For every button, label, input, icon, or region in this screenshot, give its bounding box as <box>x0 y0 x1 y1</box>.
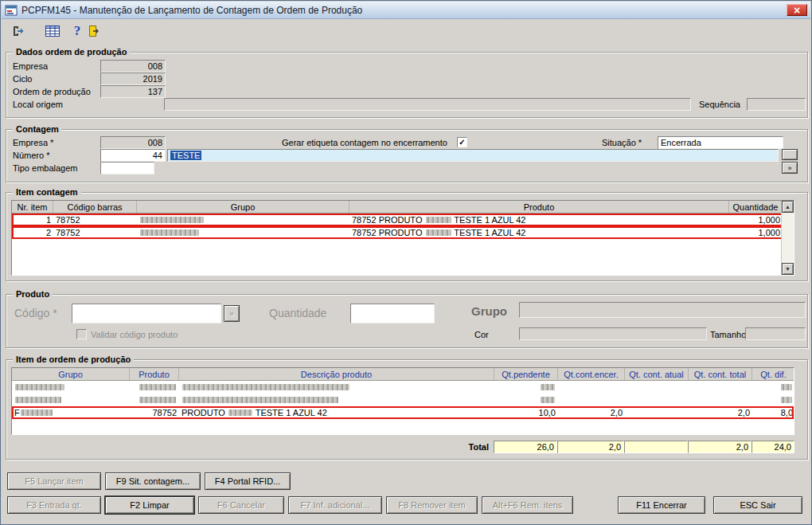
button-row-2: F3 Entrada qt.F2 LimparF6 CancelarF7 Inf… <box>7 496 573 514</box>
ordem-producao-field: 137 <box>100 85 166 98</box>
cell-text: 1,000 <box>758 228 780 237</box>
quantidade-field[interactable] <box>350 304 435 323</box>
expand-button[interactable]: » <box>782 162 798 174</box>
close-icon: × <box>794 5 800 16</box>
redacted-text <box>182 397 338 403</box>
tipo-embalagem-field[interactable] <box>100 162 154 174</box>
scroll-down-button[interactable]: ▼ <box>782 263 794 275</box>
column-header-qt-dif[interactable]: Qt. dif. <box>752 368 794 380</box>
cor-field <box>519 327 707 340</box>
cell-text: 2,0 <box>738 408 750 417</box>
f9-sit-contagem-button[interactable]: F9 Sit. contagem... <box>105 472 201 490</box>
grid-icon <box>45 25 60 37</box>
cor-label: Cor <box>474 330 489 339</box>
vertical-scrollbar[interactable]: ▲ ▼ <box>781 201 794 275</box>
gerar-etiqueta-checkbox[interactable]: ✓ <box>457 137 467 147</box>
redacted-text <box>426 229 451 236</box>
cell-text: 78752 <box>152 408 177 417</box>
f3-entrada-qt-button: F3 Entrada qt. <box>7 496 101 514</box>
table-row[interactable] <box>12 394 794 406</box>
table-row[interactable] <box>12 381 794 394</box>
column-header-grupo[interactable]: Grupo <box>137 201 349 213</box>
item-contagem-group: Item contagem Nr. itemCódigo barrasGrupo… <box>6 192 808 281</box>
item-op-table-body: F78752PRODUTO TESTE 1 AZUL 4210,02,02,08… <box>12 381 794 419</box>
sequencia-label: Sequência <box>699 100 740 109</box>
column-header-quantidade[interactable]: Quantidade <box>729 201 783 213</box>
cell-text: 78752 PRODUTO <box>352 228 425 237</box>
redacted-text <box>140 229 199 236</box>
ordem-producao-label: Ordem de produção <box>13 87 91 96</box>
produto-group: Produto Código * » Validar código produt… <box>6 294 808 348</box>
redacted-text <box>541 397 555 403</box>
selected-text: TESTE <box>170 151 201 160</box>
close-button[interactable]: × <box>787 4 807 16</box>
column-header-qt-pendente[interactable]: Qt.pendente <box>494 368 558 380</box>
cell-text: 8,0 <box>781 408 793 417</box>
redacted-text <box>21 409 53 416</box>
local-origem-field <box>164 98 691 111</box>
cell-text: 78752 PRODUTO <box>352 215 425 225</box>
total-label: Total <box>404 442 489 452</box>
f11-encerrar-button[interactable]: F11 Encerrar <box>618 496 705 514</box>
column-header-qt-cont-total[interactable]: Qt. cont. total <box>689 368 752 380</box>
redacted-text <box>15 384 64 390</box>
codigo-label: Código * <box>14 307 57 319</box>
table-row[interactable]: 27875278752 PRODUTO TESTE 1 AZUL 421,000 <box>12 226 794 239</box>
sequencia-field <box>747 98 806 111</box>
column-header-produto[interactable]: Produto <box>130 368 179 380</box>
column-header-descricao-produto[interactable]: Descrição produto <box>179 368 494 380</box>
scroll-up-button[interactable]: ▲ <box>782 201 794 213</box>
contagem-descricao-field[interactable]: TESTE <box>167 149 779 162</box>
quantidade-label: Quantidade <box>269 307 326 319</box>
f7-inf-adicional-button: F7 Inf. adicional... <box>288 496 382 514</box>
app-icon <box>5 4 18 17</box>
alt-f6-rem-itens-button: Alt+F6 Rem. itens <box>482 496 573 514</box>
item-op-table-header: GrupoProdutoDescrição produtoQt.pendente… <box>12 368 794 381</box>
detail-button <box>782 149 798 160</box>
button-row-1: F5 Lançar itemF9 Sit. contagem...F4 Port… <box>7 472 291 490</box>
exit-toolbar-button[interactable] <box>8 22 27 41</box>
grupo-field <box>519 302 806 318</box>
cell-text: 1,000 <box>758 215 780 225</box>
column-header-qt-cont-encer[interactable]: Qt.cont.encer. <box>558 368 625 380</box>
group-title-item-contagem: Item contagem <box>13 187 81 197</box>
column-header-produto[interactable]: Produto <box>349 201 729 213</box>
column-header-qt-cont-atual[interactable]: Qt. cont. atual <box>625 368 689 380</box>
cell-text: TESTE 1 AZUL 42 <box>452 228 526 237</box>
group-title-dados-op: Dados ordem de produção <box>13 47 130 57</box>
f2-limpar-button[interactable]: F2 Limpar <box>105 496 194 514</box>
redacted-text <box>15 397 61 403</box>
cell-text: 10,0 <box>539 408 556 417</box>
numero-field[interactable]: 44 <box>100 149 166 162</box>
redacted-text <box>781 384 792 390</box>
contagem-group: Contagem Empresa * 008 Número * 44 TESTE… <box>6 129 808 182</box>
group-title-contagem: Contagem <box>13 124 62 134</box>
cell-text: TESTE 1 AZUL 42 <box>452 215 526 225</box>
f4-portal-rfid-button[interactable]: F4 Portal RFID... <box>205 472 291 490</box>
contagem-empresa-label: Empresa * <box>13 138 53 147</box>
table-row[interactable]: 17875278752 PRODUTO TESTE 1 AZUL 421,000 <box>12 214 794 226</box>
esc-sair-button[interactable]: ESC Sair <box>713 496 802 514</box>
f6-cancelar-button: F6 Cancelar <box>198 496 284 514</box>
situacao-combo[interactable]: Encerrada <box>658 136 783 149</box>
group-title-item-op: Item de ordem de produção <box>13 355 134 364</box>
table-row[interactable]: F78752PRODUTO TESTE 1 AZUL 4210,02,02,08… <box>12 406 794 419</box>
total-cell: 2,0 <box>557 441 624 453</box>
column-header-nr-item[interactable]: Nr. item <box>12 201 53 213</box>
total-cell: 24,0 <box>751 441 794 453</box>
titlebar: PCPFM145 - Manutenção de Lançamento de C… <box>2 2 810 19</box>
total-cell <box>624 441 688 453</box>
column-header-codigo-barras[interactable]: Código barras <box>53 201 137 213</box>
logout-toolbar-button[interactable] <box>84 22 103 41</box>
empresa-label: Empresa <box>13 61 48 71</box>
redacted-text <box>140 217 204 223</box>
grid-toolbar-button[interactable] <box>43 22 62 41</box>
redacted-text <box>228 409 252 416</box>
redacted-text <box>781 397 792 403</box>
column-header-grupo[interactable]: Grupo <box>12 368 130 380</box>
total-cell: 26,0 <box>494 441 557 453</box>
help-icon: ? <box>74 23 81 39</box>
window-title: PCPFM145 - Manutenção de Lançamento de C… <box>21 5 783 16</box>
cell-text: 2,0 <box>611 408 623 417</box>
codigo-field[interactable] <box>72 304 221 323</box>
